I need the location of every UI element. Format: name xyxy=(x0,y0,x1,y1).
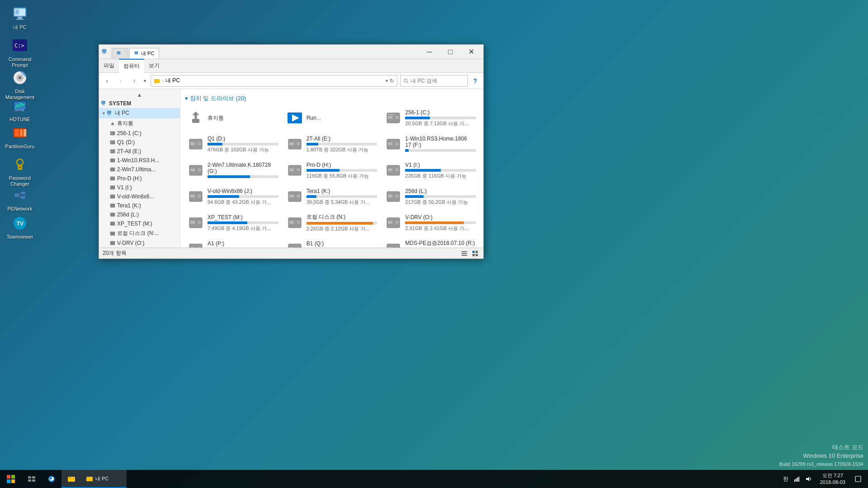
sidebar-item-win7g[interactable]: 2-Win7.Ultima... xyxy=(99,165,180,174)
up-button[interactable]: ↑ xyxy=(128,75,141,87)
desktop-icon-password-changer[interactable]: Password Changer xyxy=(4,154,36,189)
view-tile-button[interactable] xyxy=(471,249,480,258)
desktop-icon-my-pc[interactable]: 내 PC xyxy=(4,3,36,32)
edge-icon xyxy=(47,475,56,483)
desktop-icon-partitionguru[interactable]: PartitionGuru xyxy=(4,122,36,151)
drive-item-tera1k[interactable]: Tera1 (K:) 38.0GB 중 5.34GB 사용 가... xyxy=(283,184,381,209)
drive-item-mdsr[interactable]: MDS-PE검증2018.07.10 (R:) 24.4GB 중 7.07GB … xyxy=(382,236,480,248)
network-tray-icon[interactable] xyxy=(792,475,802,483)
sidebar-item-voldj[interactable]: V-old-Win8x8... xyxy=(99,192,180,201)
edge-button[interactable] xyxy=(42,470,61,488)
notification-button[interactable] xyxy=(852,470,864,488)
taskbar-items: 내 PC xyxy=(22,470,778,488)
drive-size-localn: 2.26GB 중 2.12GB 사용 가... xyxy=(307,225,377,232)
svg-rect-170 xyxy=(855,476,861,482)
search-box[interactable] xyxy=(400,75,468,87)
drive-item-b1q[interactable]: B1 (Q:) 98.9MB 중 38.0MB 사용 가... xyxy=(283,236,381,248)
sidebar-item-win10f[interactable]: 1-Win10.RS3.H... xyxy=(99,156,180,165)
title-text: 내 PC xyxy=(141,50,154,57)
drive-bar-container-voldj xyxy=(208,195,278,198)
drive-icon-win7g xyxy=(188,162,204,178)
test-mode-label: 테스트 모드 xyxy=(779,443,863,452)
forward-button[interactable]: › xyxy=(114,75,127,87)
search-input[interactable] xyxy=(410,78,465,84)
drive-icon-n xyxy=(110,231,115,236)
drive-item-voldj[interactable]: V-old-Win8x86 (J:) 94.6GB 중 43.2GB 사용 가.… xyxy=(184,184,282,209)
help-button[interactable]: ? xyxy=(469,75,481,87)
ribbon-tab-view[interactable]: 보기 xyxy=(144,59,164,72)
svg-rect-53 xyxy=(110,195,115,198)
drive-bar-tera1k xyxy=(307,195,316,198)
drive-item-256c[interactable]: 256-1 (C:) 20.5GB 중 7.13GB 사용 가... xyxy=(382,105,480,131)
svg-rect-55 xyxy=(110,213,115,216)
minimize-button[interactable]: ─ xyxy=(419,45,440,59)
drive-item-recycle[interactable]: 휴지통 xyxy=(184,105,282,131)
back-button[interactable]: ‹ xyxy=(101,75,113,87)
drive-item-256dl[interactable]: 256d (L:) 217GB 중 56.2GB 사용 가능 xyxy=(382,184,480,209)
drive-item-xptestm[interactable]: XP_TEST (M:) 7.49GB 중 4.19GB 사용 가... xyxy=(184,210,282,235)
my-pc-icon xyxy=(11,5,29,23)
folder-taskbar-icon xyxy=(86,475,93,482)
view-list-button[interactable] xyxy=(460,249,469,258)
address-bar[interactable]: › 내 PC ▾ ↻ xyxy=(151,75,397,87)
start-button[interactable] xyxy=(0,470,22,488)
drive-item-run[interactable]: Run... xyxy=(283,105,381,131)
address-dropdown[interactable]: ▾ xyxy=(384,78,390,83)
sidebar-item-256dl[interactable]: 256d (L:) xyxy=(99,210,180,219)
drive-item-a1p[interactable]: A1 (P:) 99.9MB 중 38.9MB 사용 가... xyxy=(184,236,282,248)
drive-icon-m xyxy=(110,221,115,226)
drive-item-win10f[interactable]: 1-Win10.RS3.Home.180617 (F:) xyxy=(382,131,480,157)
ribbon-tab-computer[interactable]: 컴퓨터 xyxy=(119,59,144,73)
svg-line-24 xyxy=(19,195,21,197)
drive-info-recycle: 휴지통 xyxy=(208,114,278,122)
desktop-icon-teamviewer[interactable]: TV Teamviewer xyxy=(4,212,36,242)
svg-point-112 xyxy=(396,196,398,197)
drive-icon-q1d xyxy=(188,136,204,152)
task-view-button[interactable] xyxy=(22,470,42,488)
sidebar-item-prodh[interactable]: Pro-D (H:) xyxy=(99,174,180,183)
sidebar-item-vdrvo[interactable]: V-DRV (O:) xyxy=(99,239,180,248)
sidebar-item-q1d[interactable]: Q1 (D:) xyxy=(99,138,180,147)
desktop-icon-penetwork[interactable]: PENetwork xyxy=(4,184,36,214)
sidebar-item-mypc[interactable]: ▾ 내 PC xyxy=(99,108,180,118)
maximize-button[interactable]: □ xyxy=(440,45,461,59)
svg-rect-37 xyxy=(103,104,104,105)
desktop-icon-hdtune[interactable]: HDTUNE HDTUNE xyxy=(4,95,36,124)
sidebar-item-2talle[interactable]: 2T-All (E:) xyxy=(99,147,180,156)
sidebar-item-xptestm[interactable]: XP_TEST (M:) xyxy=(99,219,180,228)
task-view-icon xyxy=(28,475,36,483)
drive-name-run: Run... xyxy=(307,115,377,121)
drive-item-vdrvo[interactable]: V-DRV (O:) 2.91GB 중 2.41GB 사용 가... xyxy=(382,210,480,235)
sidebar-scroll-up[interactable]: ▲ xyxy=(99,91,180,99)
address-bar-path: › 내 PC xyxy=(154,77,384,84)
drive-item-prodh[interactable]: Pro-D (H:) 119GB 중 55.8GB 사용 가능 xyxy=(283,158,381,183)
sidebar-item-tera1k[interactable]: Tera1 (K:) xyxy=(99,201,180,210)
sidebar-item-v1i[interactable]: V1 (I:) xyxy=(99,183,180,192)
drive-name-b1q: B1 (Q:) xyxy=(307,240,377,247)
volume-tray-icon[interactable] xyxy=(804,475,814,483)
explorer-app-label[interactable]: 내 PC xyxy=(81,470,127,488)
ribbon-tab-file[interactable]: 파일 xyxy=(99,59,119,72)
sidebar-item-localn[interactable]: 로컬 디스크 (N:... xyxy=(99,228,180,239)
svg-point-108 xyxy=(297,196,299,197)
close-button[interactable]: ✕ xyxy=(461,45,481,59)
drive-item-q1d[interactable]: Q1 (D:) 476GB 중 102GB 사용 가능 xyxy=(184,131,282,157)
sidebar-item-256c[interactable]: 256-1 (C:) xyxy=(99,129,180,138)
refresh-button[interactable]: ↻ xyxy=(390,78,394,84)
svg-text:HDTUNE: HDTUNE xyxy=(15,109,24,112)
drive-item-2talle[interactable]: 2T-All (E:) 1.80TB 중 322GB 사용 가능 xyxy=(283,131,381,157)
ime-button[interactable]: 한 xyxy=(781,474,790,484)
file-explorer-button[interactable] xyxy=(61,470,81,488)
drive-icon-d xyxy=(110,140,115,145)
recent-locations-button[interactable]: ▾ xyxy=(142,75,148,87)
desktop-icon-command-prompt[interactable]: C:> Command Prompt xyxy=(4,35,36,70)
sidebar-item-recycle[interactable]: 휴지통 xyxy=(99,118,180,129)
drive-item-localn[interactable]: 로컬 디스크 (N:) 2.26GB 중 2.12GB 사용 가... xyxy=(283,210,381,235)
svg-point-80 xyxy=(199,143,200,145)
drive-icon-c xyxy=(110,131,115,136)
drive-item-v1i[interactable]: V1 (I:) 235GB 중 116GB 사용 가능 xyxy=(382,158,480,183)
build-label: Build 16299.rs3_release.170928-1534 xyxy=(779,460,863,468)
drive-item-win7g[interactable]: 2-Win7.Ultimate.K.180728(G:) xyxy=(184,158,282,183)
drive-icon-vdrvo xyxy=(385,215,401,231)
system-clock[interactable]: 오전 7:27 2018-08-03 xyxy=(817,471,848,487)
